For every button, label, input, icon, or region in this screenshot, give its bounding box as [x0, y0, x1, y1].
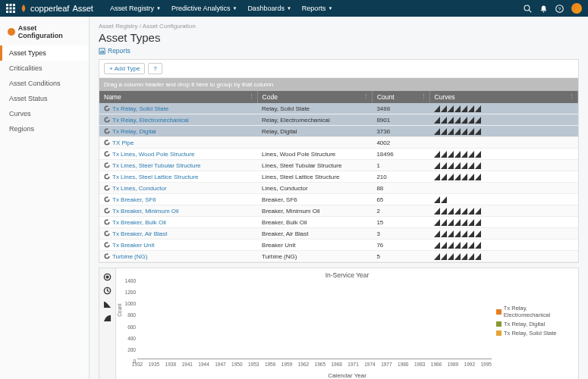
- chart-legend: Tx Relay, ElectromechanicalTx Relay, Dig…: [492, 280, 574, 361]
- nav-dashboards[interactable]: Dashboards▼: [243, 5, 295, 12]
- legend-item: Tx Relay, Digital: [496, 321, 574, 327]
- avatar[interactable]: [571, 3, 582, 14]
- refresh-icon: [104, 174, 110, 180]
- chart-panel: In-Service Year Count 020040060080010001…: [99, 268, 579, 379]
- curves-sparkline: [434, 253, 573, 260]
- chart-tool-curve1-icon[interactable]: [102, 299, 113, 309]
- row-name-link[interactable]: Tx Relay, Electromechanical: [112, 117, 189, 124]
- refresh-icon: [104, 128, 110, 134]
- svg-rect-15: [100, 51, 101, 53]
- refresh-icon: [104, 230, 110, 236]
- svg-line-10: [529, 10, 531, 12]
- row-name-link[interactable]: Turbine (NG): [112, 253, 147, 260]
- row-name-link[interactable]: Tx Breaker, Air Blast: [112, 230, 167, 237]
- table-row[interactable]: Tx Lines, Wood Pole StructureLines, Wood…: [99, 149, 578, 160]
- chart-tool-curve2-icon[interactable]: [102, 312, 113, 323]
- table-row[interactable]: Tx Relay, ElectromechanicalRelay, Electr…: [99, 114, 578, 126]
- topbar: copperleaf Asset Asset Registry▼Predicti…: [0, 0, 588, 17]
- row-name-link[interactable]: Tx Relay, Solid State: [112, 105, 168, 112]
- page-title: Asset Types: [99, 31, 579, 44]
- curves-sparkline: [434, 128, 573, 135]
- refresh-icon: [104, 196, 110, 202]
- group-hint[interactable]: Drag a column header and drop it here to…: [99, 78, 578, 91]
- asset-types-grid: Name⋮Code⋮Count⋮Curves⋮ Tx Relay, Solid …: [99, 91, 578, 262]
- svg-rect-6: [6, 11, 8, 13]
- bell-icon[interactable]: [539, 5, 548, 13]
- sidebar-item-curves[interactable]: Curves: [0, 106, 89, 121]
- curves-sparkline: [434, 230, 573, 237]
- curves-sparkline: [434, 117, 573, 124]
- table-row[interactable]: Tx Breaker, SF6Breaker, SF665: [99, 194, 578, 205]
- table-row[interactable]: Tx Breaker, Bulk OilBreaker, Bulk Oil15: [99, 217, 578, 228]
- svg-rect-4: [10, 8, 12, 10]
- sidebar-item-asset-conditions[interactable]: Asset Conditions: [0, 76, 89, 91]
- nav-menu: Asset Registry▼Predictive Analytics▼Dash…: [105, 5, 337, 12]
- sidebar: Asset Configuration Asset TypesCriticali…: [0, 17, 90, 379]
- table-row[interactable]: Tx Lines, ConductorLines, Conductor88: [99, 183, 578, 194]
- row-name-link[interactable]: Tx Lines, Wood Pole Structure: [112, 151, 194, 158]
- add-type-button[interactable]: +Add Type: [104, 63, 145, 74]
- row-name-link[interactable]: Tx Lines, Steel Lattice Structure: [112, 174, 198, 180]
- table-row[interactable]: Tx Relay, DigitalRelay, Digital3736: [99, 126, 578, 137]
- col-curves[interactable]: Curves⋮: [429, 91, 577, 103]
- row-name-link[interactable]: Tx Lines, Steel Tubular Structure: [112, 162, 201, 169]
- curves-sparkline: [434, 219, 573, 226]
- svg-rect-5: [13, 8, 15, 10]
- nav-reports[interactable]: Reports▼: [297, 5, 337, 12]
- sidebar-item-criticalities[interactable]: Criticalities: [0, 61, 89, 76]
- chart-tool-gear-icon[interactable]: [102, 271, 113, 282]
- svg-point-11: [543, 11, 545, 12]
- table-row[interactable]: Tx Lines, Steel Tubular StructureLines, …: [99, 160, 578, 171]
- refresh-icon: [104, 162, 110, 168]
- row-name-link[interactable]: Tx Breaker, Minimum Oil: [112, 208, 179, 215]
- report-icon: [99, 48, 105, 55]
- col-count[interactable]: Count⋮: [372, 91, 429, 103]
- help-icon[interactable]: ?: [555, 5, 564, 13]
- sidebar-item-regions[interactable]: Regions: [0, 121, 89, 136]
- row-name-link[interactable]: Tx Lines, Conductor: [112, 185, 167, 192]
- table-row[interactable]: Tx Relay, Solid StateRelay, Solid State3…: [99, 103, 578, 114]
- curves-sparkline: [434, 162, 573, 169]
- row-name-link[interactable]: Tx Breaker, SF6: [112, 196, 156, 203]
- refresh-icon: [104, 105, 110, 111]
- breadcrumb: Asset Registry / Asset Configuration: [99, 23, 579, 30]
- row-name-link[interactable]: Tx Relay, Digital: [112, 128, 156, 135]
- table-row[interactable]: TX Pipe4002: [99, 137, 578, 149]
- table-row[interactable]: Tx Lines, Steel Lattice StructureLines, …: [99, 171, 578, 183]
- grid-panel: +Add Type ? Drag a column header and dro…: [99, 59, 579, 263]
- chart-toolbar: [99, 268, 116, 379]
- sidebar-item-asset-types[interactable]: Asset Types: [0, 45, 89, 61]
- svg-rect-0: [6, 4, 8, 6]
- chart-y-axis: Count 0200400600800100012001400: [121, 280, 137, 361]
- svg-point-19: [106, 276, 108, 278]
- chart-x-axis: 1932193519381941194419471950195319561959…: [137, 362, 492, 372]
- curves-sparkline: [434, 242, 573, 249]
- table-row[interactable]: Tx Breaker, Air BlastBreaker, Air Blast3: [99, 228, 578, 240]
- legend-item: Tx Relay, Electromechanical: [496, 305, 574, 318]
- table-row[interactable]: Tx Breaker UnitBreaker Unit76: [99, 240, 578, 251]
- sidebar-item-asset-status[interactable]: Asset Status: [0, 91, 89, 106]
- table-row[interactable]: Turbine (NG)Turbine (NG)5: [99, 251, 578, 262]
- filter-button[interactable]: ?: [148, 63, 162, 74]
- row-name-link[interactable]: Tx Breaker, Bulk Oil: [112, 219, 166, 226]
- brand: copperleaf Asset: [20, 4, 93, 13]
- reports-link[interactable]: Reports: [99, 47, 579, 55]
- apps-grid-icon[interactable]: [6, 4, 15, 13]
- row-name-link[interactable]: TX Pipe: [112, 139, 134, 146]
- chart-tool-history-icon[interactable]: [102, 285, 113, 296]
- svg-rect-16: [102, 50, 102, 53]
- svg-rect-1: [10, 4, 12, 6]
- col-name[interactable]: Name⋮: [99, 91, 257, 103]
- svg-rect-2: [13, 4, 15, 6]
- table-row[interactable]: Tx Breaker, Minimum OilBreaker, Minimum …: [99, 205, 578, 217]
- row-name-link[interactable]: Tx Breaker Unit: [112, 242, 155, 249]
- search-icon[interactable]: [524, 5, 532, 13]
- svg-point-9: [524, 5, 530, 11]
- col-code[interactable]: Code⋮: [257, 91, 372, 103]
- curves-sparkline: [434, 151, 573, 158]
- curves-sparkline: [434, 196, 573, 203]
- svg-rect-8: [13, 11, 15, 13]
- nav-asset-registry[interactable]: Asset Registry▼: [105, 5, 165, 12]
- curves-sparkline: [434, 105, 573, 112]
- nav-predictive-analytics[interactable]: Predictive Analytics▼: [167, 5, 242, 12]
